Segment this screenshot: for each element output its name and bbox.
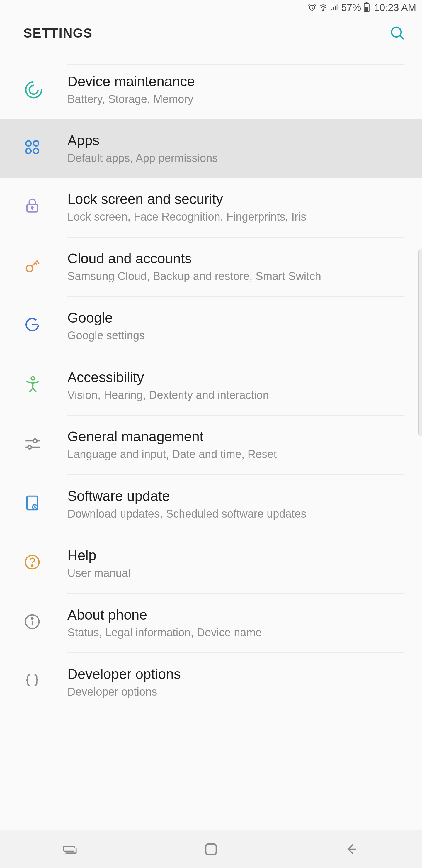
svg-point-13 [31,207,33,209]
item-accessibility[interactable]: Accessibility Vision, Hearing, Dexterity… [0,356,422,415]
signal-icon [330,3,339,12]
item-subtitle: Status, Legal information, Device name [67,626,410,640]
item-google[interactable]: Google Google settings [0,297,422,356]
item-help[interactable]: Help User manual [0,534,422,593]
app-header: SETTINGS [0,15,422,52]
item-subtitle: User manual [67,566,410,580]
sliders-icon [23,434,44,456]
item-title: About phone [67,607,410,623]
item-title: Google [67,310,410,326]
item-subtitle: Download updates, Scheduled software upd… [67,507,410,521]
svg-point-15 [26,265,33,272]
svg-point-18 [33,439,37,442]
help-icon [23,553,44,574]
item-about-phone[interactable]: About phone Status, Legal information, D… [0,594,422,653]
item-lock-screen[interactable]: Lock screen and security Lock screen, Fa… [0,178,422,237]
back-icon [344,841,360,857]
software-update-icon [23,494,44,515]
wifi-icon [319,3,328,12]
item-subtitle: Google settings [67,329,410,343]
svg-rect-4 [365,7,368,11]
svg-point-5 [392,27,401,37]
braces-icon [23,672,44,693]
apps-icon [23,138,44,159]
item-title: Lock screen and security [67,191,410,207]
svg-point-24 [32,565,33,566]
item-subtitle: Language and input, Date and time, Reset [67,447,410,462]
item-software-update[interactable]: Software update Download updates, Schedu… [0,475,422,534]
item-subtitle: Developer options [67,685,410,699]
item-subtitle: Vision, Hearing, Dexterity and interacti… [67,388,410,402]
clock-time: 10:23 AM [374,2,416,13]
item-title: Help [67,547,410,563]
svg-point-16 [31,376,35,380]
item-subtitle: Samsung Cloud, Backup and restore, Smart… [67,270,410,284]
scroll-thumb[interactable] [419,249,422,436]
home-icon [203,841,219,857]
svg-point-7 [26,82,42,98]
item-subtitle: Battery, Storage, Memory [67,92,410,106]
item-title: Software update [67,488,410,504]
home-button[interactable] [182,837,240,861]
battery-percent: 57% [341,2,361,13]
item-device-maintenance[interactable]: Device maintenance Battery, Storage, Mem… [0,64,422,119]
accessibility-icon [23,375,44,396]
svg-point-1 [323,10,324,11]
back-button[interactable] [322,837,381,861]
settings-list: Device maintenance Battery, Storage, Mem… [0,64,422,712]
svg-rect-3 [366,2,368,3]
system-nav-bar [0,831,422,868]
item-title: General management [67,428,410,444]
svg-point-8 [26,141,31,146]
item-general-management[interactable]: General management Language and input, D… [0,415,422,474]
item-title: Device maintenance [67,73,410,89]
svg-point-20 [28,445,31,449]
item-developer-options[interactable]: Developer options Developer options [0,653,422,712]
item-cloud-accounts[interactable]: Cloud and accounts Samsung Cloud, Backup… [0,238,422,297]
svg-point-10 [26,148,31,154]
svg-line-6 [400,35,403,39]
info-icon [23,613,44,634]
recents-button[interactable] [41,837,100,861]
item-title: Developer options [67,666,410,682]
recents-icon [61,842,80,856]
item-subtitle: Lock screen, Face Recognition, Fingerpri… [67,210,410,224]
item-title: Accessibility [67,369,410,385]
page-title: SETTINGS [24,26,93,40]
item-apps[interactable]: Apps Default apps, App permissions [0,119,422,178]
search-icon [389,25,405,41]
google-icon [23,315,44,337]
search-button[interactable] [389,24,406,42]
svg-point-27 [31,618,33,619]
item-title: Cloud and accounts [67,250,410,267]
key-icon [23,256,44,277]
svg-point-11 [33,148,39,154]
item-subtitle: Default apps, App permissions [67,151,410,165]
alarm-icon [308,3,317,12]
svg-point-9 [33,141,39,146]
battery-icon [363,2,370,12]
svg-rect-28 [206,844,216,855]
device-maintenance-icon [23,79,44,100]
lock-icon [23,197,44,218]
item-title: Apps [67,132,410,148]
status-bar: 57% 10:23 AM [0,0,422,15]
